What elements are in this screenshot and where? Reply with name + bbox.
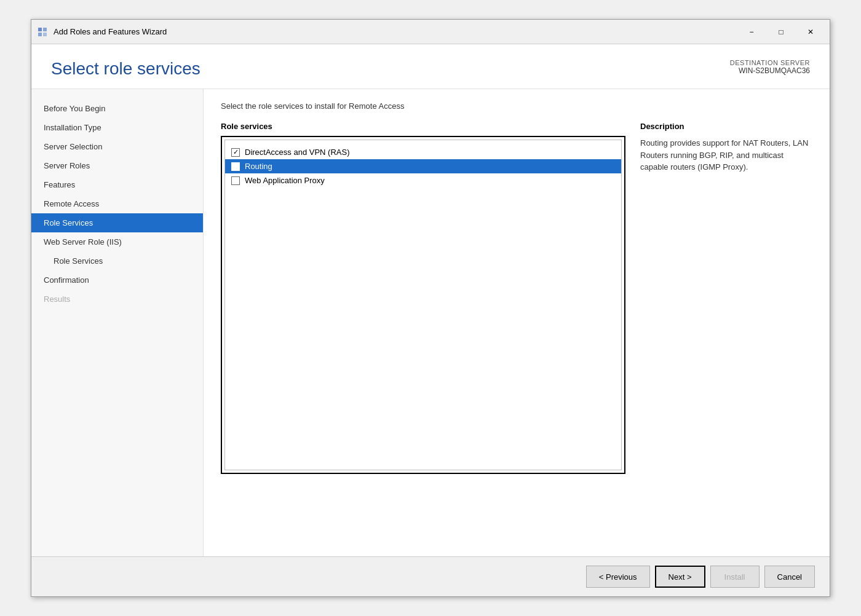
routing-label: Routing: [245, 162, 272, 171]
sidebar-item-remote-access[interactable]: Remote Access: [31, 194, 203, 213]
title-bar: Add Roles and Features Wizard − □ ✕: [31, 20, 830, 44]
sidebar-item-before-you-begin[interactable]: Before You Begin: [31, 99, 203, 118]
description-text: Routing provides support for NAT Routers…: [640, 137, 812, 173]
sidebar-item-server-roles[interactable]: Server Roles: [31, 156, 203, 175]
svg-rect-3: [43, 33, 47, 36]
sidebar-item-confirmation[interactable]: Confirmation: [31, 270, 203, 290]
sidebar-item-role-services-sub[interactable]: Role Services: [31, 251, 203, 270]
web-app-proxy-label: Web Application Proxy: [245, 176, 325, 185]
svg-rect-0: [38, 28, 42, 31]
instruction-text: Select the role services to install for …: [221, 101, 812, 111]
destination-server-info: DESTINATION SERVER WIN-S2BUMQAAC36: [730, 59, 810, 75]
services-list-container: DirectAccess and VPN (RAS) Routing Web A…: [221, 136, 625, 474]
sidebar-item-server-selection[interactable]: Server Selection: [31, 137, 203, 156]
role-services-header: Role services: [221, 122, 625, 131]
service-item-web-app-proxy[interactable]: Web Application Proxy: [225, 173, 621, 188]
web-app-proxy-checkbox[interactable]: [231, 176, 240, 185]
destination-server-name: WIN-S2BUMQAAC36: [730, 66, 810, 75]
cancel-button[interactable]: Cancel: [764, 566, 815, 588]
svg-rect-2: [38, 33, 42, 36]
next-button[interactable]: Next >: [655, 566, 705, 588]
main-content: Select the role services to install for …: [204, 89, 830, 556]
app-icon: [36, 26, 49, 38]
wizard-window: Add Roles and Features Wizard − □ ✕ Sele…: [31, 19, 830, 597]
header-section: Select role services DESTINATION SERVER …: [31, 44, 830, 89]
sidebar-item-role-services[interactable]: Role Services: [31, 213, 203, 232]
description-panel: Description Routing provides support for…: [640, 122, 812, 544]
sidebar-item-web-server-role[interactable]: Web Server Role (IIS): [31, 232, 203, 251]
footer: < Previous Next > Install Cancel: [31, 556, 830, 596]
service-item-directaccess[interactable]: DirectAccess and VPN (RAS): [225, 145, 621, 159]
directaccess-label: DirectAccess and VPN (RAS): [245, 148, 350, 157]
main-area: Before You Begin Installation Type Serve…: [31, 89, 830, 556]
minimize-button[interactable]: −: [737, 23, 766, 41]
content-columns: Role services DirectAccess and VPN (RAS)…: [221, 122, 812, 544]
sidebar-item-results: Results: [31, 290, 203, 309]
close-button[interactable]: ✕: [796, 23, 825, 41]
role-services-panel: Role services DirectAccess and VPN (RAS)…: [221, 122, 625, 544]
maximize-button[interactable]: □: [767, 23, 795, 41]
sidebar-item-features[interactable]: Features: [31, 175, 203, 194]
services-inner: DirectAccess and VPN (RAS) Routing Web A…: [224, 140, 622, 470]
content-area: Select role services DESTINATION SERVER …: [31, 44, 830, 596]
window-controls: − □ ✕: [737, 23, 825, 41]
sidebar: Before You Begin Installation Type Serve…: [31, 89, 204, 556]
description-header: Description: [640, 122, 812, 131]
install-button[interactable]: Install: [710, 566, 760, 588]
sidebar-item-installation-type[interactable]: Installation Type: [31, 118, 203, 137]
previous-button[interactable]: < Previous: [586, 566, 650, 588]
window-title: Add Roles and Features Wizard: [54, 27, 737, 36]
page-title: Select role services: [51, 59, 200, 79]
routing-checkbox[interactable]: [231, 162, 240, 171]
svg-rect-1: [43, 28, 47, 31]
directaccess-checkbox[interactable]: [231, 148, 240, 157]
destination-label: DESTINATION SERVER: [730, 59, 810, 66]
service-item-routing[interactable]: Routing: [225, 159, 621, 173]
